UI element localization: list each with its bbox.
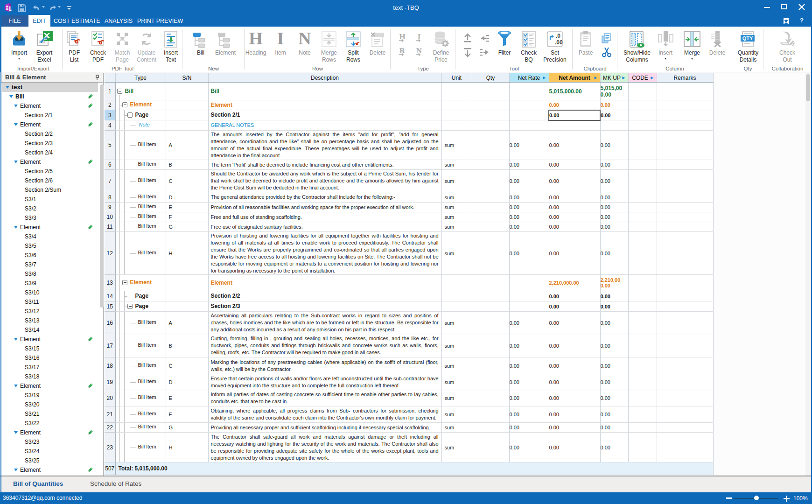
svg-text:H: H — [249, 30, 263, 48]
svg-text:.00: .00 — [555, 39, 563, 46]
svg-text:N: N — [298, 30, 311, 48]
svg-text:I: I — [277, 30, 284, 48]
svg-text:QTY: QTY — [742, 35, 753, 41]
svg-text:.0: .0 — [556, 33, 560, 39]
